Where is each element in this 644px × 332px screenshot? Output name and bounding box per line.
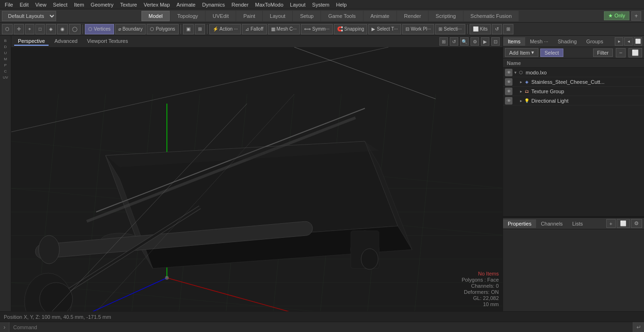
list-item[interactable]: 👁 ▸ 💡 Directional Light [503, 96, 644, 105]
vp-ctrl-grid[interactable]: ⊡ [491, 37, 500, 46]
tab-schematic-fusion[interactable]: Schematic Fusion [463, 11, 519, 21]
only-button[interactable]: ★ Only [604, 11, 629, 20]
menu-item[interactable]: Item [71, 1, 87, 8]
menu-edit[interactable]: Edit [17, 1, 32, 8]
tab-lists[interactable]: Lists [568, 219, 588, 228]
menu-render[interactable]: Render [229, 1, 251, 8]
list-item[interactable]: 👁 ▸ 🗂 Texture Group [503, 87, 644, 96]
sidebar-tool-p[interactable]: P [0, 62, 11, 68]
tab-channels[interactable]: Channels [536, 219, 567, 228]
select-mode-1[interactable]: ▣ [183, 24, 194, 34]
items-tab-expand[interactable]: ⬜ [634, 37, 642, 46]
menu-select[interactable]: Select [50, 1, 70, 8]
menu-file[interactable]: File [2, 1, 16, 8]
mesh-tool-btn[interactable]: ⬡ [2, 24, 13, 34]
action-btn[interactable]: ⚡ Action ··· [209, 24, 241, 34]
tab-animate[interactable]: Animate [363, 11, 396, 21]
select-t-btn[interactable]: ▶ Select T··· [368, 24, 401, 34]
command-enter[interactable]: ↵ [633, 322, 644, 332]
vp-ctrl-refresh[interactable]: ↺ [450, 37, 458, 46]
tab-groups[interactable]: Groups [581, 37, 608, 46]
sidebar-tool-m[interactable]: M [0, 56, 11, 62]
layout-grid-btn[interactable]: ⊞ [503, 24, 513, 34]
list-item[interactable]: 👁 ▾ ⬡ modo.lxo [503, 68, 644, 77]
filter-button[interactable]: Filter [593, 49, 613, 57]
collapse-icon-light[interactable]: ▸ [520, 98, 522, 103]
layout-dropdown[interactable]: Default Layouts [2, 11, 56, 21]
add-item-button[interactable]: Add Item ▾ [505, 48, 538, 57]
work-pl-btn[interactable]: ⊟ Work Pl··· [402, 24, 434, 34]
props-expand-button[interactable]: ⬜ [617, 219, 630, 228]
tab-perspective[interactable]: Perspective [14, 37, 49, 46]
tab-advanced[interactable]: Advanced [50, 37, 81, 46]
items-expand-button[interactable]: ⬜ [628, 48, 642, 57]
element-tool-btn[interactable]: ◈ [46, 24, 56, 34]
sidebar-tool-b[interactable]: B [0, 38, 11, 44]
tab-shading[interactable]: Shading [553, 37, 581, 46]
sidebar-tool-uv[interactable]: UV [0, 74, 11, 81]
tab-uvedit[interactable]: UVEdit [206, 11, 236, 21]
menu-vertex-map[interactable]: Vertex Map [141, 1, 173, 8]
refresh-btn[interactable]: ↺ [492, 24, 502, 34]
menu-maxtomode[interactable]: MaxToModo [252, 1, 286, 8]
tab-topology[interactable]: Topology [170, 11, 205, 21]
select-button[interactable]: Select [540, 49, 563, 57]
vertices-btn[interactable]: ⬡ Vertices [85, 24, 114, 34]
tab-render[interactable]: Render [397, 11, 428, 21]
vp-ctrl-settings[interactable]: ⚙ [471, 37, 479, 46]
mesh-c-btn[interactable]: ▦ Mesh C··· [268, 24, 300, 34]
sphere-tool-btn[interactable]: ◯ [69, 24, 81, 34]
circle-tool-btn[interactable]: ◉ [57, 24, 68, 34]
polygons-btn[interactable]: ⬡ Polygons [147, 24, 178, 34]
menu-help[interactable]: Help [333, 1, 350, 8]
curve-tool-btn[interactable]: ⌖ [25, 24, 34, 34]
vp-ctrl-search[interactable]: 🔍 [460, 37, 469, 46]
command-input[interactable] [9, 322, 633, 332]
eye-icon-stainless[interactable]: 👁 [505, 78, 512, 86]
menu-system[interactable]: System [309, 1, 332, 8]
sidebar-tool-c[interactable]: C [0, 68, 11, 74]
symm-btn[interactable]: ⟺ Symm··· [301, 24, 333, 34]
collapse-icon-stainless[interactable]: ▸ [520, 80, 522, 84]
sidebar-tool-d[interactable]: D [0, 44, 11, 50]
collapse-icon-texture[interactable]: ▸ [520, 89, 522, 94]
command-arrow[interactable]: › [0, 322, 9, 332]
transform-tool-btn[interactable]: ✛ [14, 24, 24, 34]
selecti-btn[interactable]: ⊞ Selecti··· [435, 24, 465, 34]
items-tab-forward[interactable]: ▸ [615, 37, 623, 46]
tab-layout[interactable]: Layout [263, 11, 292, 21]
tab-items[interactable]: Items [503, 37, 525, 46]
tab-model[interactable]: Model [141, 11, 170, 21]
viewport-canvas[interactable]: No Items Polygons : Face Channels: 0 Def… [11, 47, 503, 311]
props-settings-button[interactable]: ⚙ [631, 219, 642, 228]
viewport[interactable]: Perspective Advanced Viewport Textures ⊞… [11, 36, 503, 311]
menu-geometry[interactable]: Geometry [88, 1, 116, 8]
tab-viewport-textures[interactable]: Viewport Textures [83, 37, 132, 46]
add-tab-button[interactable]: + [631, 11, 641, 21]
vp-ctrl-play[interactable]: ▶ [481, 37, 489, 46]
select-box-btn[interactable]: □ [35, 24, 45, 34]
tab-game-tools[interactable]: Game Tools [321, 11, 363, 21]
items-tab-back[interactable]: ◂ [624, 37, 633, 46]
list-item[interactable]: 👁 ▸ ◈ Stainless_Steel_Cheese_Cutt... [503, 77, 644, 87]
tab-setup[interactable]: Setup [293, 11, 321, 21]
tab-scripting[interactable]: Scripting [429, 11, 463, 21]
tab-mesh[interactable]: Mesh ··· [525, 37, 553, 46]
tab-properties[interactable]: Properties [503, 219, 536, 228]
menu-layout[interactable]: Layout [287, 1, 308, 8]
sidebar-tool-u[interactable]: U [0, 50, 11, 56]
menu-dynamics[interactable]: Dynamics [199, 1, 228, 8]
falloff-btn[interactable]: ⊿ Falloff [242, 24, 266, 34]
eye-icon-light[interactable]: 👁 [505, 97, 512, 105]
snapping-btn[interactable]: 🧲 Snapping [334, 24, 367, 34]
items-minus-button[interactable]: − [616, 48, 626, 57]
collapse-icon-modo[interactable]: ▾ [514, 70, 517, 75]
kits-btn[interactable]: ⬜ Kits [470, 24, 491, 34]
menu-view[interactable]: View [33, 1, 50, 8]
menu-texture[interactable]: Texture [117, 1, 140, 8]
vp-ctrl-maximize[interactable]: ⊞ [439, 37, 448, 46]
props-plus-button[interactable]: + [606, 219, 616, 228]
boundary-btn[interactable]: ⌀ Boundary [115, 24, 146, 34]
menu-animate[interactable]: Animate [173, 1, 198, 8]
tab-paint[interactable]: Paint [236, 11, 262, 21]
